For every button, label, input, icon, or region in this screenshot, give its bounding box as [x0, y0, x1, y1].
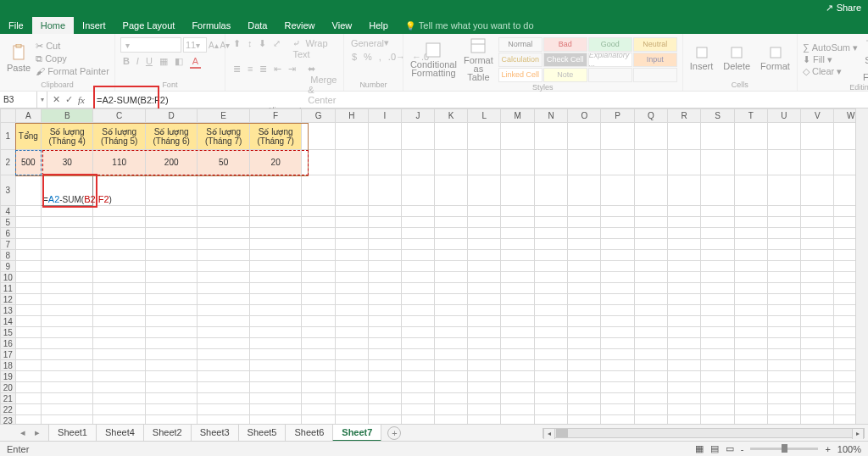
- cell-F20[interactable]: [249, 382, 301, 393]
- cell-F10[interactable]: [249, 272, 301, 283]
- cell-F23[interactable]: [249, 415, 301, 425]
- comma-button[interactable]: ,: [376, 51, 384, 63]
- cell-I4[interactable]: [369, 206, 402, 217]
- cell-M7[interactable]: [501, 239, 534, 250]
- share-icon[interactable]: ↗: [826, 3, 833, 14]
- cell-D10[interactable]: [145, 272, 197, 283]
- cell-G4[interactable]: [302, 206, 335, 217]
- cell-C6[interactable]: [93, 228, 145, 239]
- cell-D16[interactable]: [145, 338, 197, 349]
- clear-button[interactable]: ◇ Clear ▾: [803, 66, 858, 77]
- cell-A12[interactable]: [15, 294, 41, 305]
- cell-K14[interactable]: [435, 316, 468, 327]
- cell-K13[interactable]: [435, 305, 468, 316]
- cell-J6[interactable]: [401, 228, 434, 239]
- cell-K23[interactable]: [435, 415, 468, 425]
- cell-G11[interactable]: [302, 283, 335, 294]
- cell-H8[interactable]: [335, 250, 368, 261]
- cancel-formula-button[interactable]: ✕: [53, 94, 60, 105]
- sheet-nav-buttons[interactable]: ◂ ▸: [15, 427, 48, 438]
- cell-S14[interactable]: [701, 316, 734, 327]
- cell-T11[interactable]: [734, 283, 767, 294]
- cell-N20[interactable]: [534, 382, 567, 393]
- cell-O1[interactable]: [568, 123, 601, 150]
- cell-I5[interactable]: [369, 217, 402, 228]
- cell-H10[interactable]: [335, 272, 368, 283]
- cell-I23[interactable]: [369, 415, 402, 425]
- horizontal-scrollbar[interactable]: ◂▸: [401, 428, 868, 438]
- cell-H18[interactable]: [335, 360, 368, 371]
- cell-K20[interactable]: [435, 382, 468, 393]
- cell-F8[interactable]: [249, 250, 301, 261]
- cell-N21[interactable]: [534, 393, 567, 404]
- cell-P2[interactable]: [601, 150, 634, 175]
- cell-V4[interactable]: [801, 206, 834, 217]
- cell-L18[interactable]: [468, 360, 501, 371]
- cell-H2[interactable]: [335, 150, 368, 175]
- cell-F7[interactable]: [249, 239, 301, 250]
- align-middle-button[interactable]: ↕: [245, 37, 255, 60]
- cell-K11[interactable]: [435, 283, 468, 294]
- share-button[interactable]: Share: [837, 3, 861, 13]
- cell-F15[interactable]: [249, 327, 301, 338]
- sheet-tab-sheet4[interactable]: Sheet4: [96, 425, 144, 442]
- enter-formula-button[interactable]: ✓: [65, 94, 73, 105]
- cell-P22[interactable]: [601, 404, 634, 415]
- cell-C13[interactable]: [93, 305, 145, 316]
- tab-data[interactable]: Data: [239, 17, 275, 34]
- cell-U3[interactable]: [767, 175, 800, 206]
- cell-K18[interactable]: [435, 360, 468, 371]
- sheet-tab-sheet1[interactable]: Sheet1: [48, 425, 97, 442]
- cell-O3[interactable]: [568, 175, 601, 206]
- cell-E6[interactable]: [198, 228, 249, 239]
- cell-N6[interactable]: [534, 228, 567, 239]
- cell-B19[interactable]: [41, 371, 92, 382]
- sheet-tab-sheet7[interactable]: Sheet7: [332, 425, 381, 442]
- cell-C8[interactable]: [93, 250, 145, 261]
- cell-R14[interactable]: [668, 316, 701, 327]
- cell-G1[interactable]: [302, 123, 335, 150]
- cell-B18[interactable]: [41, 360, 92, 371]
- cell-Q8[interactable]: [634, 250, 667, 261]
- cell-R18[interactable]: [668, 360, 701, 371]
- cell-B13[interactable]: [41, 305, 92, 316]
- cell-N23[interactable]: [534, 415, 567, 425]
- cell-H12[interactable]: [335, 294, 368, 305]
- cell-N3[interactable]: [534, 175, 567, 206]
- cell-B9[interactable]: [41, 261, 92, 272]
- cell-P9[interactable]: [601, 261, 634, 272]
- cell-A7[interactable]: [15, 239, 41, 250]
- cell-H23[interactable]: [335, 415, 368, 425]
- cell-E12[interactable]: [198, 294, 249, 305]
- cell-C16[interactable]: [93, 338, 145, 349]
- cell-B1[interactable]: Số lượng(Tháng 4): [41, 123, 92, 150]
- sort-filter-button[interactable]: Sort & Filter: [861, 36, 868, 83]
- cell-J13[interactable]: [401, 305, 434, 316]
- cell-O17[interactable]: [568, 349, 601, 360]
- cell-C18[interactable]: [93, 360, 145, 371]
- cell-Q2[interactable]: [634, 150, 667, 175]
- style-check-cell[interactable]: Check Cell: [543, 53, 587, 67]
- col-header-T[interactable]: T: [734, 109, 767, 123]
- cell-H1[interactable]: [335, 123, 368, 150]
- name-box-dropdown[interactable]: ▾: [37, 92, 47, 108]
- cell-N8[interactable]: [534, 250, 567, 261]
- cell-M16[interactable]: [501, 338, 534, 349]
- bold-button[interactable]: B: [120, 55, 132, 68]
- cell-J19[interactable]: [401, 371, 434, 382]
- fill-button[interactable]: ⬇ Fill ▾: [803, 54, 858, 65]
- cell-S7[interactable]: [701, 239, 734, 250]
- cell-K22[interactable]: [435, 404, 468, 415]
- cell-D14[interactable]: [145, 316, 197, 327]
- cell-F4[interactable]: [249, 206, 301, 217]
- cell-E16[interactable]: [198, 338, 249, 349]
- cell-U23[interactable]: [767, 415, 800, 425]
- cell-R9[interactable]: [668, 261, 701, 272]
- cell-K1[interactable]: [435, 123, 468, 150]
- cell-L21[interactable]: [468, 393, 501, 404]
- cell-T9[interactable]: [734, 261, 767, 272]
- cell-L16[interactable]: [468, 338, 501, 349]
- col-header-L[interactable]: L: [468, 109, 501, 123]
- cell-E13[interactable]: [198, 305, 249, 316]
- zoom-slider[interactable]: [750, 448, 818, 450]
